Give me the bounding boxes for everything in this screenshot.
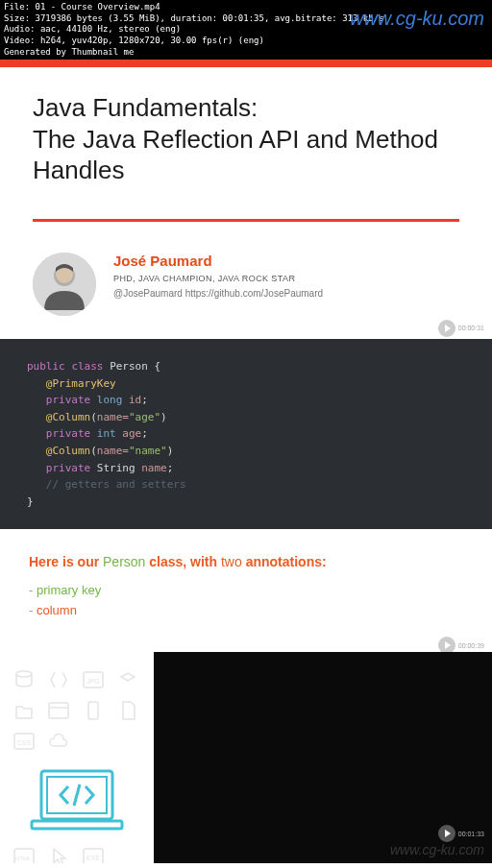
cursor-icon <box>44 844 73 863</box>
description-text: Here is our Person class, with two annot… <box>29 554 463 569</box>
author-info: José Paumard PHD, JAVA CHAMPION, JAVA RO… <box>113 253 323 299</box>
tech-icon-grid: JPG CSS HTML EXE <box>0 652 154 863</box>
svg-text:HTML: HTML <box>15 856 32 861</box>
svg-point-3 <box>16 671 32 677</box>
svg-text:JPG: JPG <box>86 678 100 685</box>
file-icon <box>113 698 142 723</box>
svg-text:CSS: CSS <box>17 739 32 746</box>
window-icon <box>44 698 73 723</box>
annotation-item-2: - column <box>29 603 463 617</box>
tag-icon <box>113 667 142 692</box>
orange-divider <box>0 60 492 67</box>
author-section: José Paumard PHD, JAVA CHAMPION, JAVA RO… <box>0 222 492 339</box>
cloud-icon <box>44 729 73 754</box>
play-icon <box>438 320 455 337</box>
timestamp-3: 00:01:33 <box>438 825 484 842</box>
css-icon: CSS <box>10 729 38 754</box>
jpg-icon: JPG <box>79 667 108 692</box>
laptop-code-icon <box>24 765 130 838</box>
svg-rect-8 <box>88 702 98 719</box>
author-role: PHD, JAVA CHAMPION, JAVA ROCK STAR <box>113 274 323 283</box>
avatar <box>33 253 96 316</box>
meta-gen: Generated by Thumbnail me <box>4 47 488 59</box>
timestamp-1: 00:00:31 <box>438 320 484 337</box>
meta-video: Video: h264, yuv420p, 1280x720, 30.00 fp… <box>4 36 488 47</box>
author-handle: @JosePaumard https://github.com/JosePaum… <box>113 288 323 299</box>
code-block: public class Person { @PrimaryKey privat… <box>0 339 492 529</box>
author-name: José Paumard <box>113 253 323 269</box>
play-icon <box>438 825 455 842</box>
svg-rect-13 <box>32 821 122 829</box>
file-metadata-header: File: 01 - Course Overview.mp4 Size: 371… <box>0 0 492 60</box>
exe-icon: EXE <box>79 844 108 863</box>
db-icon <box>10 667 38 692</box>
description-section: Here is our Person class, with two annot… <box>0 529 492 652</box>
brackets-icon <box>44 667 73 692</box>
bottom-panel: JPG CSS HTML EXE 00:01:33 www.cg-ku.com <box>0 652 492 863</box>
annotation-item-1: - primary key <box>29 583 463 597</box>
folder-icon <box>10 698 38 723</box>
watermark-top: www.cg-ku.com <box>350 6 484 31</box>
page-title: Java Fundamentals:The Java Reflection AP… <box>33 92 459 186</box>
svg-rect-6 <box>49 703 68 718</box>
mobile-icon <box>79 698 108 723</box>
svg-text:EXE: EXE <box>86 855 100 861</box>
watermark-bottom: www.cg-ku.com <box>390 842 484 857</box>
title-section: Java Fundamentals:The Java Reflection AP… <box>0 67 492 202</box>
html-icon: HTML <box>10 844 38 863</box>
